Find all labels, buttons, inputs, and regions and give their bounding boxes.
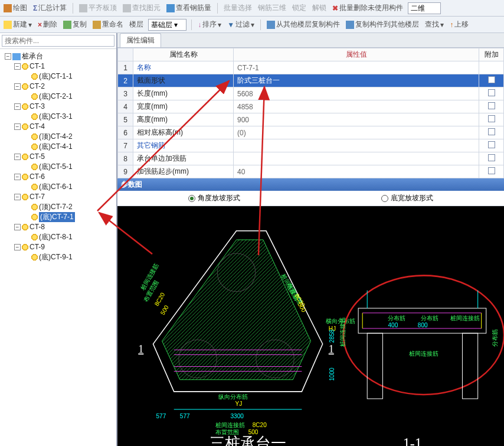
property-row[interactable]: 7其它钢筋 — [118, 139, 504, 152]
prop-extra[interactable] — [479, 100, 504, 113]
property-row[interactable]: 8承台单边加强筋 — [118, 152, 504, 165]
rename-button[interactable]: 重命名 — [91, 19, 125, 30]
sum-button[interactable]: Σ汇总计算 — [32, 2, 68, 14]
layer-value: 基础层 — [151, 21, 172, 29]
copy-from-button[interactable]: 从其他楼层复制构件 — [266, 19, 341, 30]
search-input[interactable] — [2, 35, 114, 47]
new-button[interactable]: 新建▾ — [2, 19, 33, 30]
prop-value[interactable]: 阶式三桩台一 — [234, 74, 479, 87]
tree-node[interactable]: −CT-4 — [14, 122, 116, 132]
prop-value[interactable]: 900 — [234, 113, 479, 126]
tree-leaf[interactable]: (底)CT-2-1 — [24, 92, 116, 102]
collapse-icon[interactable]: − — [14, 194, 21, 200]
tree-node[interactable]: −CT-2 — [14, 82, 116, 92]
checkbox-icon[interactable] — [488, 89, 495, 96]
svg-text:桩间连接筋: 桩间连接筋 — [408, 350, 438, 357]
prop-extra[interactable] — [479, 139, 504, 152]
rebar3d-button[interactable]: 钢筋三维 — [257, 2, 287, 14]
tree-node[interactable]: −CT-5 — [14, 152, 116, 162]
collapse-icon[interactable]: − — [14, 244, 21, 250]
collapse-icon[interactable]: − — [14, 103, 21, 110]
tree-node[interactable]: −CT-6 — [14, 172, 116, 182]
lock-button[interactable]: 锁定 — [291, 2, 307, 14]
collapse-icon[interactable]: − — [14, 224, 21, 230]
prop-value[interactable]: CT-7-1 — [234, 61, 479, 74]
tree-leaf[interactable]: (底)CT-1-1 — [24, 71, 116, 82]
tree-leaf[interactable]: (底)CT-8-1 — [24, 232, 116, 242]
copy-button[interactable]: 复制 — [62, 19, 88, 30]
prop-extra[interactable] — [479, 87, 504, 100]
collapse-icon[interactable]: − — [5, 53, 11, 60]
svg-text:8C20: 8C20 — [253, 422, 267, 428]
delete-button[interactable]: ×删除 — [37, 19, 58, 30]
checkbox-icon[interactable] — [488, 102, 495, 109]
tree-leaf[interactable]: (顶)CT-4-2 — [24, 132, 116, 142]
checkbox-icon[interactable] — [488, 76, 495, 83]
diagram-canvas[interactable]: 1 1 3300 577 577 桩间连接筋 布置范围 8C20 500 桩间连… — [117, 206, 504, 446]
prop-extra[interactable] — [479, 113, 504, 126]
tree-leaf[interactable]: (底)CT-9-1 — [24, 252, 116, 262]
property-row[interactable]: 9加强筋起步(mm)40 — [118, 165, 504, 178]
tree-leaf[interactable]: (底)CT-5-1 — [24, 162, 116, 172]
prop-extra[interactable] — [479, 126, 504, 139]
prop-value[interactable]: 4858 — [234, 100, 479, 113]
prop-value[interactable] — [234, 152, 479, 165]
mode-width-option[interactable]: 底宽放坡形式 — [311, 193, 505, 203]
viewmode-combo[interactable]: 二维 — [408, 2, 441, 14]
property-row[interactable]: 1名称CT-7-1 — [118, 61, 504, 74]
prop-extra[interactable] — [479, 152, 504, 165]
mode-angle-option[interactable]: 角度放坡形式 — [117, 193, 311, 203]
view-rebar-button[interactable]: 查看钢筋量 — [165, 2, 212, 14]
tree-leaf[interactable]: (底)CT-3-1 — [24, 112, 116, 122]
tree-node[interactable]: −CT-1 — [14, 61, 116, 71]
tab-property-edit[interactable]: 属性编辑 — [120, 33, 161, 47]
tree-leaf[interactable]: (底)CT-7-1 — [24, 212, 116, 222]
prop-value[interactable]: 40 — [234, 165, 479, 178]
component-tree[interactable]: −桩承台−CT-1(底)CT-1-1−CT-2(底)CT-2-1−CT-3(底)… — [0, 49, 116, 446]
batch-del-button[interactable]: ✖批量删除未使用构件 — [331, 2, 404, 14]
sort-button[interactable]: ↓排序▾ — [197, 19, 222, 30]
prop-extra[interactable] — [479, 74, 504, 87]
checkbox-icon[interactable] — [488, 128, 495, 135]
tree-node[interactable]: −CT-9 — [14, 242, 116, 252]
find-button[interactable]: 查找▾ — [424, 19, 445, 30]
tree-leaf[interactable]: (底)CT-4-1 — [24, 142, 116, 152]
row-number: 2 — [118, 74, 133, 87]
find-elem-button[interactable]: 查找图元 — [122, 2, 162, 14]
tree-root-label: 桩承台 — [22, 51, 43, 61]
prop-extra[interactable] — [479, 165, 504, 178]
draw-button[interactable]: 绘图 — [2, 2, 28, 14]
property-row[interactable]: 3长度(mm)5608 — [118, 87, 504, 100]
tree-node[interactable]: −CT-8 — [14, 222, 116, 232]
collapse-icon[interactable]: − — [14, 63, 21, 70]
property-row[interactable]: 4宽度(mm)4858 — [118, 100, 504, 113]
tree-node[interactable]: −CT-3 — [14, 102, 116, 112]
collapse-icon[interactable]: − — [14, 123, 21, 130]
prop-value[interactable]: 5608 — [234, 87, 479, 100]
filter-button[interactable]: ▼过滤▾ — [226, 19, 256, 30]
unlock-button[interactable]: 解锁 — [311, 2, 328, 14]
collapse-icon[interactable]: − — [14, 174, 21, 180]
level-button[interactable]: 平齐板顶 — [78, 2, 118, 14]
up-button[interactable]: ↑上移 — [449, 19, 470, 30]
prop-value[interactable] — [234, 139, 479, 152]
prop-value[interactable]: (0) — [234, 126, 479, 139]
checkbox-icon[interactable] — [488, 115, 495, 122]
tree-leaf[interactable]: (底)CT-6-1 — [24, 182, 116, 192]
collapse-icon[interactable]: − — [14, 154, 21, 160]
copy-label: 复制 — [73, 19, 87, 30]
property-row[interactable]: 2截面形状阶式三桩台一 — [118, 74, 504, 87]
tree-root[interactable]: −桩承台 — [5, 51, 116, 61]
batch-sel-button[interactable]: 批量选择 — [222, 2, 253, 14]
checkbox-icon[interactable] — [488, 154, 495, 161]
tree-node[interactable]: −CT-7 — [14, 192, 116, 202]
checkbox-icon[interactable] — [488, 141, 495, 148]
property-row[interactable]: 5高度(mm)900 — [118, 113, 504, 126]
checkbox-icon[interactable] — [488, 167, 495, 174]
layer-combo[interactable]: 基础层 ▾ — [148, 19, 186, 31]
property-row[interactable]: 6相对底标高(m)(0) — [118, 126, 504, 139]
collapse-icon[interactable]: − — [14, 83, 21, 90]
copy-to-button[interactable]: 复制构件到其他楼层 — [345, 19, 420, 30]
tree-leaf[interactable]: (顶)CT-7-2 — [24, 202, 116, 212]
prop-extra[interactable] — [479, 61, 504, 74]
